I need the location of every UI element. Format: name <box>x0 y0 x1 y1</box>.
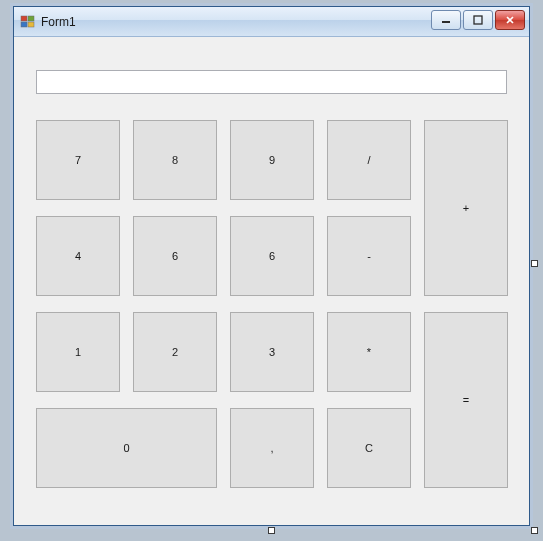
svg-rect-1 <box>28 16 34 21</box>
svg-rect-0 <box>21 16 27 21</box>
button-divide-label: / <box>367 154 370 166</box>
button-7[interactable]: 7 <box>36 120 120 200</box>
button-4[interactable]: 4 <box>36 216 120 296</box>
form-window: Form1 7 8 9 / + <box>13 6 530 526</box>
button-plus-label: + <box>463 202 469 214</box>
resize-handle-bottom[interactable] <box>268 527 275 534</box>
button-multiply-label: * <box>367 346 371 358</box>
button-equals[interactable]: = <box>424 312 508 488</box>
button-2[interactable]: 2 <box>133 312 217 392</box>
app-icon <box>20 14 36 30</box>
button-7-label: 7 <box>75 154 81 166</box>
button-4-label: 4 <box>75 250 81 262</box>
button-9[interactable]: 9 <box>230 120 314 200</box>
designer-canvas: Form1 7 8 9 / + <box>0 0 543 541</box>
button-6a-label: 6 <box>172 250 178 262</box>
window-controls <box>431 10 525 30</box>
minimize-button[interactable] <box>431 10 461 30</box>
button-8[interactable]: 8 <box>133 120 217 200</box>
titlebar: Form1 <box>14 7 529 37</box>
resize-handle-corner[interactable] <box>531 527 538 534</box>
button-8-label: 8 <box>172 154 178 166</box>
button-clear-label: C <box>365 442 373 454</box>
svg-rect-5 <box>474 16 482 24</box>
button-6b[interactable]: 6 <box>230 216 314 296</box>
button-decimal[interactable]: , <box>230 408 314 488</box>
button-equals-label: = <box>463 394 469 406</box>
svg-rect-4 <box>442 21 450 23</box>
button-minus-label: - <box>367 250 371 262</box>
button-2-label: 2 <box>172 346 178 358</box>
close-button[interactable] <box>495 10 525 30</box>
button-1[interactable]: 1 <box>36 312 120 392</box>
button-1-label: 1 <box>75 346 81 358</box>
button-0-label: 0 <box>123 442 129 454</box>
resize-handle-right[interactable] <box>531 260 538 267</box>
button-decimal-label: , <box>270 442 273 454</box>
button-3-label: 3 <box>269 346 275 358</box>
button-minus[interactable]: - <box>327 216 411 296</box>
button-3[interactable]: 3 <box>230 312 314 392</box>
button-6b-label: 6 <box>269 250 275 262</box>
button-clear[interactable]: C <box>327 408 411 488</box>
window-title: Form1 <box>41 15 76 29</box>
button-divide[interactable]: / <box>327 120 411 200</box>
button-0[interactable]: 0 <box>36 408 217 488</box>
button-6a[interactable]: 6 <box>133 216 217 296</box>
button-plus[interactable]: + <box>424 120 508 296</box>
display-input[interactable] <box>36 70 507 94</box>
button-9-label: 9 <box>269 154 275 166</box>
maximize-button[interactable] <box>463 10 493 30</box>
button-multiply[interactable]: * <box>327 312 411 392</box>
client-area: 7 8 9 / + 4 6 6 - 1 2 3 * = 0 , C <box>20 42 523 519</box>
svg-rect-2 <box>21 22 27 27</box>
svg-rect-3 <box>28 22 34 27</box>
